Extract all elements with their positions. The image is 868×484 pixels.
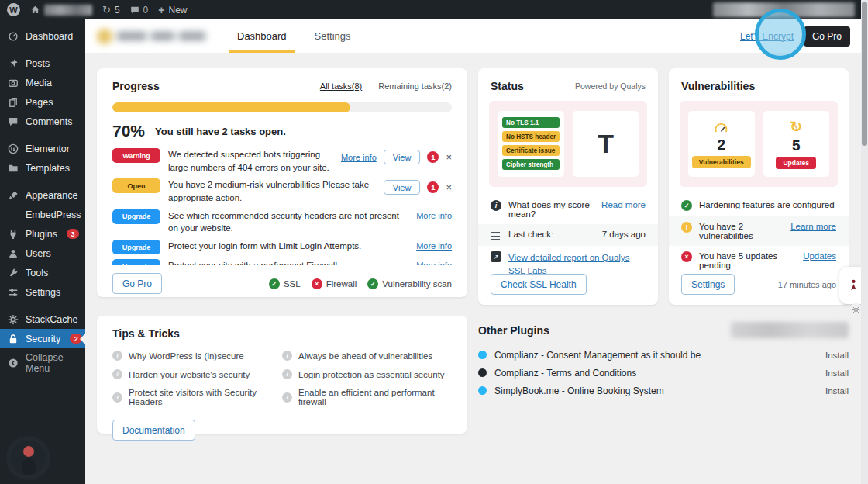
more-info-link[interactable]: More info	[416, 241, 452, 251]
sidebar-item-appearance[interactable]: Appearance	[0, 185, 85, 205]
plugins-count-badge: 3	[67, 229, 79, 239]
tip-link[interactable]: iHarden your website's security	[112, 369, 282, 379]
all-tasks-link[interactable]: All tasks(8)	[320, 81, 362, 91]
plugin-row: Complianz - Consent Management as it sho…	[478, 346, 849, 364]
sidebar-item-stackcache[interactable]: StackCache	[0, 309, 85, 329]
vuln-row-updates: × You have 5 updates pending Updates	[669, 246, 849, 275]
ssl-status: ✓ SSL	[269, 278, 301, 289]
more-info-link[interactable]: More info	[341, 153, 377, 162]
go-pro-header-button[interactable]: Go Pro	[804, 26, 850, 47]
vulnerabilities-count: 2	[717, 137, 725, 154]
task-row: Open You have 2 medium-risk vulnerabilit…	[112, 178, 452, 204]
sidebar-item-users[interactable]: Users	[0, 244, 85, 263]
updates-card: ↻! 5 Updates	[763, 111, 830, 177]
remaining-tasks-link[interactable]: Remaining tasks(2)	[378, 81, 452, 91]
ssl-badge: Cipher strength	[502, 159, 560, 170]
plugin-row: SimplyBook.me - Online Booking System In…	[478, 382, 849, 399]
documentation-button[interactable]: Documentation	[112, 420, 195, 441]
more-info-link[interactable]: More info	[416, 211, 452, 220]
collapse-icon	[7, 358, 19, 369]
status-row-last-check: Last check: 7 days ago	[478, 224, 658, 246]
info-icon: i	[112, 369, 122, 379]
vulnerabilities-card: 2 Vulnerabilities	[688, 111, 755, 177]
plugin-header: Dashboard Settings Let's Encrypt Go Pro	[85, 19, 868, 53]
vulnerabilities-title: Vulnerabilities	[681, 80, 755, 92]
sidebar-item-pages[interactable]: Pages	[0, 92, 85, 112]
install-link[interactable]: Install	[825, 368, 849, 378]
new-content-button[interactable]: + New	[158, 4, 187, 16]
view-button[interactable]: View	[384, 150, 421, 164]
read-more-link[interactable]: Read more	[601, 200, 646, 209]
task-text: You have 2 medium-risk vulnerabilities P…	[168, 178, 376, 204]
more-info-link[interactable]: More info	[416, 261, 452, 265]
status-row-score-meaning: i What does my score mean? Read more	[478, 195, 658, 224]
go-pro-button[interactable]: Go Pro	[112, 273, 162, 294]
sidebar-item-templates[interactable]: Templates	[0, 158, 85, 178]
security-count-badge: 2	[70, 334, 82, 344]
wp-admin-sidebar: Dashboard Posts Media Pages Comments Ele…	[0, 19, 85, 484]
sidebar-item-collapse-menu[interactable]: Collapse Menu	[0, 348, 85, 378]
count-badge: 1	[427, 182, 439, 193]
sidebar-item-elementor[interactable]: Elementor	[0, 139, 85, 158]
plugin-icon	[7, 228, 19, 240]
elementor-icon	[7, 143, 19, 154]
comments-count: 0	[143, 5, 149, 16]
new-label: New	[168, 5, 187, 16]
install-link[interactable]: Install	[825, 386, 849, 396]
updates-link[interactable]: Updates	[803, 251, 836, 261]
sidebar-item-embedpress[interactable]: EmbedPress	[0, 205, 85, 224]
page-scrollbar-thumb[interactable]	[862, 2, 867, 146]
close-icon[interactable]: ×	[446, 152, 452, 162]
updates-indicator[interactable]: ↻ 5	[102, 4, 120, 16]
site-menu[interactable]	[30, 5, 92, 16]
user-account-blurred[interactable]	[713, 2, 855, 17]
task-list: Warning We detected suspected bots trigg…	[97, 148, 467, 265]
wordpress-logo-icon[interactable]: W	[7, 3, 20, 16]
tip-link[interactable]: iEnable an efficient and performant fire…	[282, 388, 452, 406]
lock-icon	[7, 333, 19, 344]
sidebar-item-posts[interactable]: Posts	[0, 54, 85, 73]
brush-icon	[7, 189, 19, 201]
update-alert-icon: ↻!	[788, 119, 804, 135]
cross-icon: ×	[312, 278, 322, 289]
sidebar-item-media[interactable]: Media	[0, 73, 85, 92]
task-text: We detected suspected bots triggering la…	[168, 148, 333, 174]
sidebar-item-tools[interactable]: Tools	[0, 263, 85, 282]
sidebar-item-settings[interactable]: Settings	[0, 282, 85, 302]
check-ssl-health-button[interactable]: Check SSL Health	[491, 274, 587, 295]
task-status-badge: Warning	[112, 148, 160, 163]
close-icon[interactable]: ×	[446, 182, 452, 192]
comments-indicator[interactable]: 0	[130, 5, 149, 16]
info-icon: i	[282, 369, 292, 379]
site-name-blurred	[44, 5, 92, 16]
tab-dashboard[interactable]: Dashboard	[227, 19, 297, 53]
page-scrollbar[interactable]	[861, 0, 868, 484]
sidebar-item-dashboard[interactable]: Dashboard	[0, 26, 85, 46]
tip-link[interactable]: iLogin protection as essential security	[282, 369, 452, 379]
sidebar-item-plugins[interactable]: Plugins 3	[0, 224, 85, 244]
embedpress-icon	[7, 209, 19, 220]
settings-button[interactable]: Settings	[681, 274, 735, 295]
admin-bar: W ↻ 5 0 + New	[0, 0, 868, 19]
sidebar-item-security[interactable]: Security 2	[0, 329, 85, 348]
learn-more-link[interactable]: Learn more	[790, 222, 836, 231]
sliders-icon	[7, 286, 19, 298]
vulnerability-scan-status: ✓ Vulnerability scan	[367, 278, 452, 289]
tip-link[interactable]: iAlways be ahead of vulnerabilities	[282, 351, 452, 361]
view-button[interactable]: View	[384, 180, 421, 195]
info-icon: i	[282, 392, 292, 403]
tip-link[interactable]: iProtect site visitors with Security Hea…	[112, 388, 282, 406]
lets-encrypt-link[interactable]: Let's Encrypt	[740, 31, 794, 42]
media-icon	[7, 77, 19, 88]
sidebar-item-comments[interactable]: Comments	[0, 112, 85, 131]
task-status-badge: Open	[112, 178, 160, 193]
accessibility-widget-button[interactable]	[6, 436, 50, 480]
folder-icon	[7, 162, 19, 174]
tip-link[interactable]: iWhy WordPress is (in)secure	[112, 351, 282, 361]
last-check-value: 7 days ago	[602, 230, 646, 239]
updates-count: 5	[792, 137, 801, 154]
tab-settings[interactable]: Settings	[305, 19, 361, 53]
task-row: Upgrade Protect your site with a perform…	[112, 259, 452, 265]
install-link[interactable]: Install	[825, 351, 849, 360]
header-tabs: Dashboard Settings	[227, 19, 361, 53]
